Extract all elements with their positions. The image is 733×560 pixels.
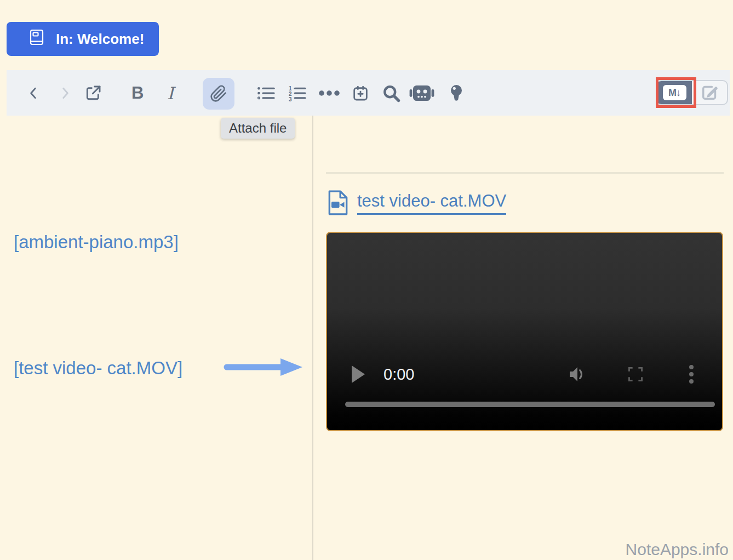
numbered-list-button[interactable]: 1 2 3 [287,85,307,101]
bold-button[interactable]: B [131,83,144,103]
notebook-button[interactable]: In: Welcome! [7,22,159,56]
edit-view-button[interactable] [692,81,727,104]
markdown-editor-pane[interactable]: [ambient-piano.mp3] [test video- cat.MOV… [0,116,312,560]
seek-bar[interactable] [345,402,715,407]
bullet-list-button[interactable] [256,85,276,101]
kebab-menu-icon [688,364,695,384]
volume-icon [568,364,587,384]
search-icon [381,83,401,103]
watermark: NoteApps.info [626,540,729,559]
italic-button[interactable]: I [167,83,174,103]
calendar-add-button[interactable] [352,84,369,102]
fullscreen-button[interactable] [627,365,644,385]
play-button[interactable] [351,364,366,386]
attach-file-button[interactable] [203,78,234,110]
view-mode-toggle: M↓ [656,80,728,105]
robot-icon [409,84,435,102]
calendar-add-icon [352,84,369,102]
editor-toolbar: B I 1 2 3 [7,70,730,116]
open-external-button[interactable] [84,84,102,102]
lightbulb-icon [448,84,465,102]
notebook-button-label: In: Welcome! [56,31,144,48]
editor-line-video[interactable]: [test video- cat.MOV] [14,358,182,379]
chevron-left-icon [26,85,41,101]
volume-button[interactable] [568,364,587,386]
tooltip: Attach file [221,118,295,139]
markdown-view-button[interactable]: M↓ [657,81,692,104]
italic-label: I [167,83,174,103]
numbered-list-icon: 1 2 3 [287,85,307,101]
chevron-right-icon [58,85,72,101]
video-file-icon [327,190,350,216]
video-attachment-link[interactable]: test video- cat.MOV [357,191,506,215]
horizontal-rule [326,172,724,174]
overflow-menu-button[interactable] [688,364,695,386]
preview-pane: test video- cat.MOV 0:00 [313,116,733,560]
play-icon [351,364,366,384]
svg-text:3: 3 [289,96,292,101]
back-button[interactable] [26,85,41,101]
book-icon [28,28,45,50]
bullet-list-icon [256,85,276,101]
ai-assistant-button[interactable] [409,84,435,102]
annotation-arrow-icon [224,357,305,378]
tooltip-label: Attach file [229,121,287,136]
editor-line-audio[interactable]: [ambient-piano.mp3] [14,232,179,253]
attachment-link-row: test video- cat.MOV [327,190,506,216]
current-time: 0:00 [383,365,414,384]
open-external-icon [84,84,102,102]
ideas-button[interactable] [448,84,465,102]
ellipsis-icon [318,89,341,97]
edit-compose-icon [700,83,719,102]
fullscreen-icon [627,365,644,383]
markdown-icon: M↓ [663,85,686,100]
search-button[interactable] [381,83,401,103]
bold-label: B [131,83,144,103]
paperclip-icon [210,85,227,102]
more-options-button[interactable] [318,89,341,97]
video-player[interactable]: 0:00 [326,232,723,431]
forward-button[interactable] [58,85,72,101]
